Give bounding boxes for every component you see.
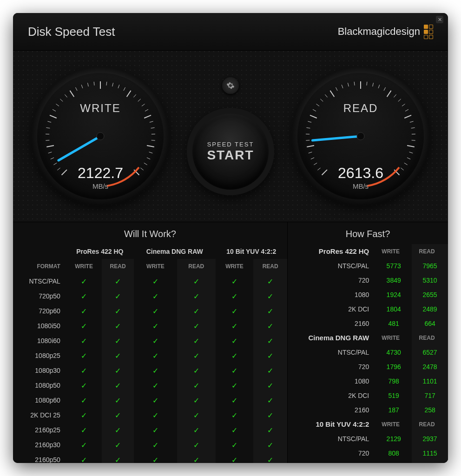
check-icon: ✓	[81, 382, 87, 390]
check-icon: ✓	[115, 397, 121, 404]
write-value: 5773	[375, 258, 412, 273]
format-label: 1080i60	[13, 333, 66, 348]
svg-line-13	[60, 99, 63, 101]
check-icon: ✓	[115, 292, 121, 300]
check-icon: ✓	[193, 322, 199, 330]
check-cell: ✓	[177, 274, 216, 289]
read-value: 6527	[412, 345, 448, 359]
format-label: 720	[288, 359, 375, 374]
start-button[interactable]: SPEED TEST START	[187, 108, 274, 195]
table-row: 108019242655	[288, 287, 448, 302]
check-cell: ✓	[66, 423, 102, 437]
check-icon: ✓	[193, 337, 199, 345]
svg-line-8	[46, 128, 50, 128]
svg-line-65	[373, 83, 374, 86]
check-cell: ✓	[253, 304, 287, 318]
check-icon: ✓	[231, 382, 237, 390]
check-icon: ✓	[152, 278, 158, 285]
check-icon: ✓	[267, 307, 273, 315]
svg-line-41	[59, 136, 100, 160]
brand: Blackmagicdesign	[338, 25, 433, 39]
check-icon: ✓	[152, 367, 158, 375]
svg-line-56	[320, 99, 323, 101]
format-label: 1080p25	[13, 348, 66, 363]
format-header: FORMAT	[13, 259, 66, 274]
check-icon: ✓	[267, 382, 273, 390]
svg-line-19	[94, 82, 94, 86]
table-row: 2K DCI 25✓✓✓✓✓✓	[13, 408, 287, 423]
check-icon: ✓	[231, 456, 237, 463]
check-cell: ✓	[102, 289, 134, 304]
write-value: 359	[375, 460, 412, 463]
svg-line-15	[70, 91, 74, 97]
check-icon: ✓	[231, 292, 237, 300]
check-cell: ✓	[66, 289, 102, 304]
check-cell: ✓	[177, 333, 216, 348]
check-icon: ✓	[152, 322, 158, 330]
write-value: 1804	[375, 302, 412, 316]
write-value: 1796	[375, 359, 412, 374]
check-cell: ✓	[66, 408, 102, 423]
check-icon: ✓	[152, 382, 158, 390]
start-button-big: START	[207, 148, 254, 163]
check-cell: ✓	[216, 289, 254, 304]
check-cell: ✓	[102, 452, 134, 463]
check-icon: ✓	[267, 292, 273, 300]
app-window: ✕ Disk Speed Test Blackmagicdesign	[13, 13, 448, 463]
settings-button[interactable]	[222, 77, 239, 94]
section-name: Cinema DNG RAW	[288, 331, 375, 345]
check-icon: ✓	[152, 292, 158, 300]
svg-line-3	[51, 158, 54, 159]
svg-line-67	[384, 87, 386, 91]
codec-header: 10 Bit YUV 4:2:2	[216, 244, 287, 259]
read-gauge-unit: MB/s	[291, 182, 430, 190]
write-value: 187	[375, 403, 412, 417]
svg-line-48	[307, 145, 314, 147]
svg-line-61	[348, 83, 349, 86]
table-row: NTSC/PAL57737965	[288, 258, 448, 273]
check-icon: ✓	[152, 307, 158, 315]
svg-line-70	[398, 99, 401, 101]
svg-line-47	[309, 152, 312, 153]
check-icon: ✓	[152, 397, 158, 404]
table-row: NTSC/PAL21292937	[288, 431, 448, 446]
start-button-small: SPEED TEST	[207, 141, 254, 148]
check-cell: ✓	[216, 408, 254, 423]
check-cell: ✓	[253, 348, 287, 363]
read-value: 2478	[412, 359, 448, 374]
table-row: 10807981101	[288, 374, 448, 388]
check-icon: ✓	[115, 382, 121, 390]
check-icon: ✓	[267, 441, 273, 449]
close-icon[interactable]: ✕	[436, 16, 443, 23]
check-cell: ✓	[134, 348, 177, 363]
format-label: 1080	[288, 374, 375, 388]
check-cell: ✓	[253, 363, 287, 378]
table-row: 2K DCI18042489	[288, 302, 448, 316]
svg-line-69	[394, 94, 396, 97]
check-icon: ✓	[115, 352, 121, 360]
check-cell: ✓	[134, 378, 177, 393]
check-cell: ✓	[216, 363, 254, 378]
check-icon: ✓	[193, 426, 199, 434]
svg-line-34	[151, 140, 155, 141]
svg-line-24	[124, 87, 125, 91]
write-value: 798	[375, 374, 412, 388]
check-cell: ✓	[216, 452, 254, 463]
format-label: 1080p30	[13, 363, 66, 378]
check-cell: ✓	[134, 274, 177, 289]
svg-line-16	[75, 87, 77, 91]
check-cell: ✓	[177, 437, 216, 452]
svg-line-64	[367, 82, 367, 86]
check-icon: ✓	[81, 411, 87, 419]
check-cell: ✓	[216, 274, 254, 289]
will-it-work-title: Will It Work?	[13, 222, 287, 244]
table-row: NTSC/PAL47306527	[288, 345, 448, 359]
svg-line-31	[150, 121, 153, 122]
how-fast-title: How Fast?	[288, 222, 448, 244]
check-cell: ✓	[253, 289, 287, 304]
format-label: 1080	[288, 460, 375, 463]
check-cell: ✓	[177, 393, 216, 408]
check-cell: ✓	[102, 393, 134, 408]
how-fast-panel: How Fast? ProRes 422 HQWRITEREADNTSC/PAL…	[288, 222, 448, 463]
check-cell: ✓	[66, 348, 102, 363]
